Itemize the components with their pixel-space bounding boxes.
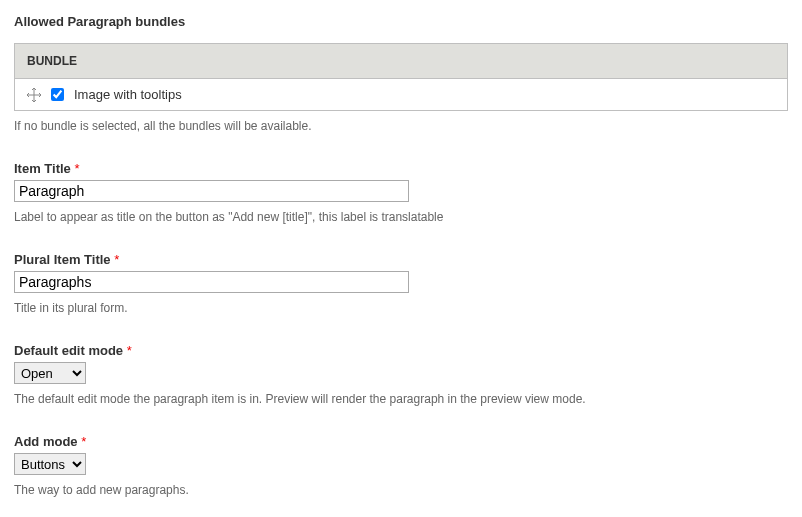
default-edit-mode-help: The default edit mode the paragraph item…	[14, 392, 788, 406]
default-edit-mode-select[interactable]: Open	[14, 362, 86, 384]
bundle-label[interactable]: Image with tooltips	[74, 87, 182, 102]
item-title-help: Label to appear as title on the button a…	[14, 210, 788, 224]
allowed-bundles-heading: Allowed Paragraph bundles	[14, 14, 788, 29]
bundle-column-header: BUNDLE	[15, 44, 788, 79]
bundle-table: BUNDLE	[14, 43, 788, 111]
add-mode-help: The way to add new paragraphs.	[14, 483, 788, 497]
required-mark-icon: *	[74, 161, 79, 176]
move-icon[interactable]	[27, 88, 41, 102]
plural-item-title-help: Title in its plural form.	[14, 301, 788, 315]
item-title-field: Item Title * Label to appear as title on…	[14, 161, 788, 224]
required-mark-icon: *	[81, 434, 86, 449]
plural-item-title-input[interactable]	[14, 271, 409, 293]
bundle-helptext: If no bundle is selected, all the bundle…	[14, 119, 788, 133]
add-mode-field: Add mode * Buttons The way to add new pa…	[14, 434, 788, 497]
bundle-checkbox[interactable]	[51, 88, 64, 101]
item-title-label: Item Title *	[14, 161, 788, 176]
plural-item-title-label: Plural Item Title *	[14, 252, 788, 267]
required-mark-icon: *	[114, 252, 119, 267]
add-mode-label: Add mode *	[14, 434, 788, 449]
default-edit-mode-field: Default edit mode * Open The default edi…	[14, 343, 788, 406]
required-mark-icon: *	[127, 343, 132, 358]
item-title-input[interactable]	[14, 180, 409, 202]
table-row: Image with tooltips	[15, 79, 788, 111]
default-edit-mode-label: Default edit mode *	[14, 343, 788, 358]
add-mode-select[interactable]: Buttons	[14, 453, 86, 475]
plural-item-title-field: Plural Item Title * Title in its plural …	[14, 252, 788, 315]
